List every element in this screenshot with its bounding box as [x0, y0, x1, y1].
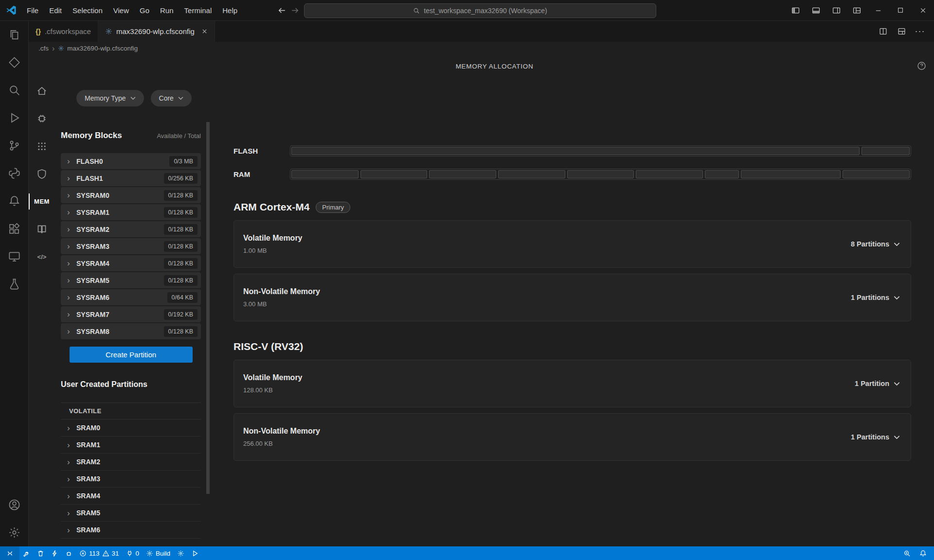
- memory-block-row[interactable]: ›SYSRAM50/128 KB: [61, 272, 201, 288]
- memory-bar-segment: [843, 170, 910, 178]
- tab-actions: ···: [875, 21, 934, 42]
- maximize-button[interactable]: [889, 0, 912, 21]
- memory-block-row[interactable]: ›FLASH00/3 MB: [61, 153, 201, 169]
- editor-layout-icon[interactable]: [893, 23, 910, 40]
- memory-block-row[interactable]: ›SYSRAM70/192 KB: [61, 306, 201, 322]
- menu-file[interactable]: File: [21, 4, 44, 17]
- memory-block-row[interactable]: ›SYSRAM20/128 KB: [61, 221, 201, 237]
- close-window-button[interactable]: [912, 0, 934, 21]
- menu-help[interactable]: Help: [217, 4, 243, 17]
- active-indicator: [29, 193, 30, 210]
- scrollbar-thumb[interactable]: [206, 122, 210, 494]
- menu-go[interactable]: Go: [134, 4, 155, 17]
- memory-block-row[interactable]: ›FLASH10/256 KB: [61, 170, 201, 186]
- partitions-dropdown[interactable]: 1 Partition: [855, 380, 900, 387]
- settings-gear-icon[interactable]: [0, 519, 29, 546]
- remote-explorer-icon[interactable]: [0, 243, 29, 270]
- partition-row[interactable]: ›SRAM3: [61, 471, 201, 488]
- explorer-icon[interactable]: [0, 21, 29, 49]
- tab-cfsconfig[interactable]: max32690-wlp.cfsconfig: [98, 21, 215, 42]
- memory-block-row[interactable]: ›SYSRAM60/64 KB: [61, 289, 201, 305]
- memory-block-row[interactable]: ›SYSRAM80/128 KB: [61, 323, 201, 339]
- account-icon[interactable]: [0, 491, 29, 519]
- python-icon[interactable]: [0, 159, 29, 187]
- problems-indicator[interactable]: 113 31: [76, 546, 123, 560]
- menu-terminal[interactable]: Terminal: [179, 4, 217, 17]
- search-activity-icon[interactable]: [0, 76, 29, 104]
- memory-blocks-panel: Memory Blocks Available / Total ›FLASH00…: [61, 106, 201, 546]
- ports-indicator[interactable]: 0: [123, 546, 143, 560]
- memory-block-row[interactable]: ›SYSRAM30/128 KB: [61, 238, 201, 254]
- tools-icon[interactable]: [19, 546, 34, 560]
- create-partition-button[interactable]: Create Partition: [70, 347, 193, 363]
- nav-home-icon[interactable]: [29, 77, 55, 105]
- memory-bar-segment: [360, 170, 428, 178]
- partition-row[interactable]: ›SRAM4: [61, 488, 201, 505]
- bell-activity-icon[interactable]: [0, 187, 29, 215]
- build-button[interactable]: Build: [143, 546, 174, 560]
- extensions-icon[interactable]: [0, 215, 29, 243]
- more-actions-icon[interactable]: ···: [912, 23, 928, 40]
- toggle-panel-icon[interactable]: [806, 0, 826, 21]
- diamond-icon[interactable]: [0, 49, 29, 76]
- memory-block-row[interactable]: ›SYSRAM00/128 KB: [61, 187, 201, 203]
- split-editor-icon[interactable]: [875, 23, 891, 40]
- memory-card: Non-Volatile Memory 256.00 KB 1 Partitio…: [234, 413, 911, 461]
- nav-memory-tab[interactable]: MEM: [29, 188, 55, 215]
- partition-row[interactable]: ›SRAM0: [61, 420, 201, 437]
- debug-icon[interactable]: [62, 546, 76, 560]
- run-icon[interactable]: [188, 546, 202, 560]
- workspace-search-box[interactable]: test_workspace_max32690 (Workspace): [304, 3, 656, 18]
- trash-icon[interactable]: [34, 546, 48, 560]
- primary-badge: Primary: [316, 202, 350, 213]
- nav-registers-icon[interactable]: [29, 215, 55, 243]
- nav-shield-icon[interactable]: [29, 160, 55, 188]
- panel-scrollbar[interactable]: [206, 106, 210, 546]
- back-arrow-icon[interactable]: [278, 6, 286, 15]
- menu-run[interactable]: Run: [155, 4, 179, 17]
- toggle-sidebar-icon[interactable]: [785, 0, 806, 21]
- breadcrumb-file[interactable]: max32690-wlp.cfsconfig: [58, 45, 138, 52]
- ram-bar-label: RAM: [234, 170, 290, 178]
- partition-row[interactable]: ›SRAM2: [61, 454, 201, 471]
- customize-layout-icon[interactable]: [846, 0, 867, 21]
- nav-chip-icon[interactable]: [29, 105, 55, 132]
- memory-type-filter[interactable]: Memory Type: [76, 90, 144, 106]
- breadcrumb-folder[interactable]: .cfs: [38, 45, 49, 52]
- partitions-dropdown[interactable]: 8 Partitions: [851, 240, 900, 248]
- menu-edit[interactable]: Edit: [44, 4, 67, 17]
- minimize-button[interactable]: [867, 0, 889, 21]
- partitions-dropdown[interactable]: 1 Partitions: [851, 294, 900, 301]
- partitions-dropdown[interactable]: 1 Partitions: [851, 433, 900, 441]
- memory-bar-segment: [705, 170, 739, 178]
- bell-icon[interactable]: [916, 550, 930, 557]
- zap-icon[interactable]: [48, 546, 62, 560]
- menu-view[interactable]: View: [108, 4, 134, 17]
- ram-bar[interactable]: [290, 169, 911, 180]
- warning-count: 31: [112, 550, 119, 557]
- remote-indicator[interactable]: [0, 546, 19, 560]
- close-tab-icon[interactable]: [201, 28, 208, 35]
- zoom-icon[interactable]: [900, 550, 914, 557]
- run-debug-icon[interactable]: [0, 104, 29, 132]
- partition-row[interactable]: ›SRAM5: [61, 505, 201, 522]
- tab-bar: {} .cfsworkspace max32690-wlp.cfsconfig: [29, 21, 934, 42]
- memory-block-row[interactable]: ›SYSRAM10/128 KB: [61, 204, 201, 220]
- partition-row[interactable]: ›SRAM1: [61, 437, 201, 454]
- menu-selection[interactable]: Selection: [67, 4, 108, 17]
- forward-arrow-icon[interactable]: [291, 6, 299, 15]
- partition-row[interactable]: ›SRAM6: [61, 522, 201, 539]
- help-icon[interactable]: [917, 61, 926, 70]
- beaker-icon[interactable]: [0, 270, 29, 298]
- settings-gear-icon[interactable]: [174, 546, 188, 560]
- nav-code-icon[interactable]: </>: [29, 243, 55, 271]
- tab-cfsworkspace[interactable]: {} .cfsworkspace: [29, 21, 98, 42]
- nav-pinmux-icon[interactable]: [29, 132, 55, 160]
- source-control-icon[interactable]: [0, 132, 29, 159]
- block-size-badge: 0/192 KB: [164, 309, 198, 320]
- memory-block-row[interactable]: ›SYSRAM40/128 KB: [61, 255, 201, 271]
- chevron-right-icon: ›: [67, 424, 76, 432]
- toggle-secondary-sidebar-icon[interactable]: [826, 0, 846, 21]
- flash-bar[interactable]: [290, 145, 911, 157]
- core-filter[interactable]: Core: [151, 90, 192, 106]
